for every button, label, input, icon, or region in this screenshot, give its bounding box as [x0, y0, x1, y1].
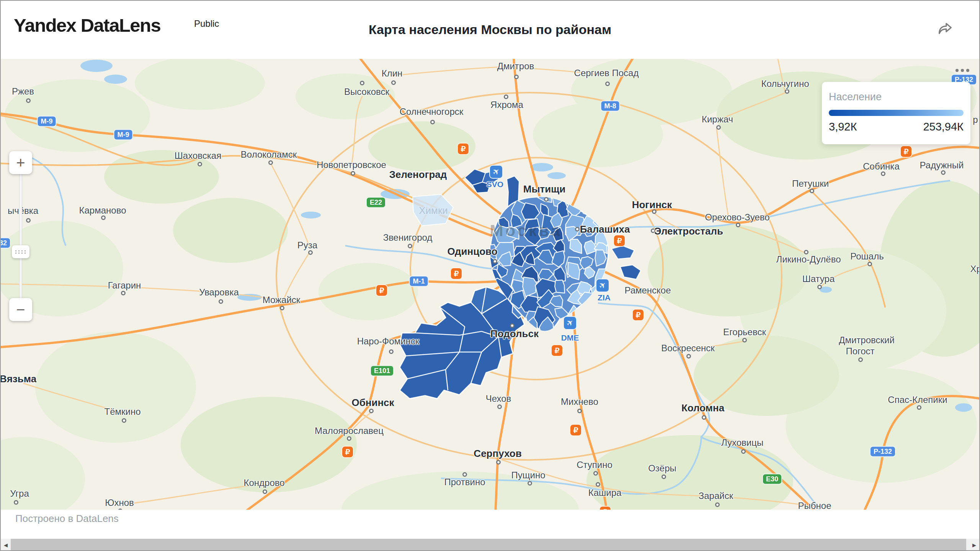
district-cell[interactable] [555, 280, 565, 293]
town-marker [605, 82, 610, 86]
scroll-left-button[interactable]: ◀ [1, 539, 11, 551]
scrollbar-thumb[interactable] [11, 539, 966, 551]
town-marker [26, 98, 31, 103]
map-label: Тёмкино [104, 406, 140, 417]
town-marker [360, 81, 364, 85]
legend-max-value: 253,94К [923, 121, 964, 133]
town-marker [26, 218, 31, 223]
town-marker [715, 502, 720, 507]
map-label: Пущино [511, 470, 545, 481]
map-label: Солнечногорск [400, 106, 464, 117]
town-marker [785, 89, 789, 94]
map-label: Кондрово [243, 478, 284, 488]
map-label: Кашира [588, 487, 622, 498]
toll-road-badge: ₽ [376, 284, 388, 297]
map-label: Радужный [920, 160, 964, 171]
town-marker [577, 409, 582, 413]
zoom-out-button[interactable]: − [9, 298, 32, 321]
airport-code-label: ZIA [598, 293, 611, 302]
road-badge: Р-132 [870, 446, 896, 457]
map-label: Яхрома [490, 99, 523, 110]
map-label: Чехов [486, 393, 511, 404]
town-marker [575, 227, 580, 231]
map-label: Дмитров [497, 61, 534, 72]
toll-road-badge: ₽ [900, 145, 912, 158]
town-marker [817, 285, 822, 289]
town-marker [496, 460, 501, 465]
map-label: Обнинск [351, 397, 394, 409]
scroll-right-button[interactable]: ▶ [969, 539, 979, 551]
road-badge: Р-132 [1, 238, 11, 249]
town-marker [593, 471, 598, 476]
map-label: Раменское [624, 285, 671, 296]
map-label: Уваровка [199, 287, 239, 298]
map-label: Юхнов [105, 497, 134, 508]
datalens-public-page: Yandex DataLens Public Карта населения М… [0, 0, 980, 551]
map-label: Киржач [702, 114, 733, 125]
map-label: Озёры [648, 463, 676, 474]
town-marker [510, 323, 514, 328]
map-canvas[interactable]: ЛюберцыХимки [1, 59, 980, 510]
map-label: Гагарин [108, 280, 141, 291]
map-label: Мытищи [523, 183, 566, 195]
town-marker [122, 418, 126, 423]
grip-dots-icon [15, 250, 26, 254]
town-marker [596, 482, 600, 487]
map-label: Хру [970, 264, 980, 274]
town-marker [280, 306, 284, 310]
footer-bar: Построено в DataLens [1, 510, 979, 539]
map-label: Рошаль [850, 251, 884, 262]
yandex-datalens-logo: Yandex DataLens [14, 15, 160, 36]
toll-road-badge: ₽ [570, 424, 582, 436]
map-label: Михнево [561, 396, 598, 407]
share-button[interactable] [934, 18, 956, 40]
town-marker [741, 449, 746, 454]
map-menu-button[interactable] [956, 69, 969, 72]
town-marker [716, 125, 721, 130]
airport-code-label: DME [561, 333, 579, 342]
toll-road-badge: ₽ [613, 235, 626, 247]
horizontal-scrollbar[interactable]: ◀ ▶ [1, 539, 979, 551]
map-label: Серпухов [474, 448, 521, 460]
map-label: Дмитровский [839, 335, 895, 346]
map-label: Егорьевск [723, 327, 766, 337]
map-label: Балашиха [580, 223, 630, 235]
map-label: Угра [10, 488, 29, 499]
town-marker [369, 409, 374, 413]
town-marker [268, 160, 273, 165]
plane-icon: ✈ [564, 317, 576, 329]
town-marker [219, 299, 223, 304]
zoom-slider-track[interactable] [19, 174, 22, 299]
map-label: Протвино [444, 477, 485, 487]
town-marker [686, 354, 691, 359]
plane-icon: ✈ [490, 166, 502, 178]
zoom-in-button[interactable]: + [9, 151, 32, 174]
town-marker [408, 244, 412, 248]
town-marker [941, 170, 946, 175]
town-marker [121, 291, 126, 295]
map-label: р [973, 114, 978, 125]
map-label: Москва [490, 222, 562, 240]
town-marker [867, 262, 872, 266]
legend-card: Население 3,92К 253,94К [822, 82, 970, 144]
map-label: Зеленоград [389, 169, 447, 181]
town-marker [493, 259, 497, 264]
road-badge: М-1 [409, 276, 429, 287]
map-label: ычёвка [8, 205, 38, 216]
map-label: Спас-Клепики [888, 395, 947, 405]
town-marker [702, 415, 706, 420]
map-label: Карманово [79, 205, 126, 216]
town-marker [430, 120, 435, 124]
map-label: Петушки [792, 178, 829, 189]
town-marker [198, 162, 202, 166]
town-marker [917, 405, 921, 410]
road-badge: Е22 [366, 197, 386, 208]
town-marker [497, 404, 502, 409]
road-badge: М-9 [37, 116, 57, 127]
town-marker [389, 349, 394, 354]
town-marker [14, 500, 18, 505]
map-label: Зарайск [699, 491, 733, 501]
map-label: Погост [846, 346, 874, 357]
legend-min-value: 3,92К [829, 121, 857, 133]
zoom-slider-handle[interactable] [12, 245, 29, 258]
